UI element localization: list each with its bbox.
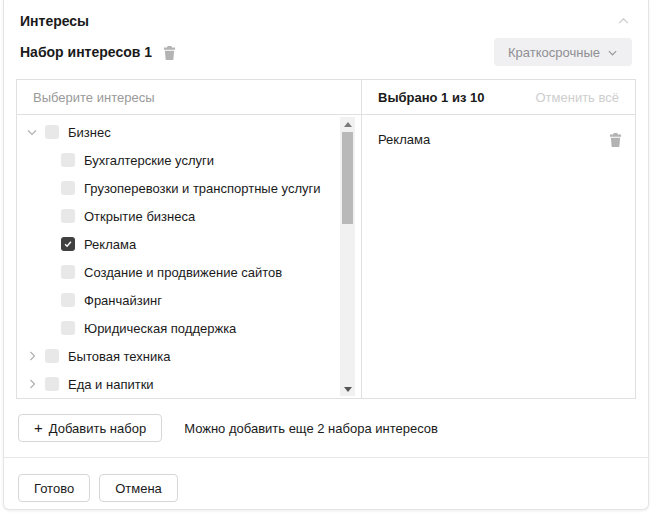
tree-item[interactable]: Юридическая поддержка	[17, 314, 335, 342]
interest-set-name: Набор интересов 1	[20, 44, 152, 60]
panel-title: Интересы	[20, 13, 89, 29]
scroll-up-arrow-icon[interactable]	[340, 117, 355, 131]
tree-item[interactable]: Бытовая техника	[17, 342, 335, 370]
tree-item[interactable]: Открытие бизнеса	[17, 202, 335, 230]
footer-divider	[3, 457, 649, 458]
interest-set-header: Набор интересов 1 Краткосрочные	[16, 38, 636, 66]
checkbox[interactable]	[61, 321, 75, 335]
checkbox[interactable]	[45, 125, 59, 139]
selected-count-label: Выбрано 1 из 10	[378, 90, 484, 105]
interest-picker: Выбрано 1 из 10 Отменить всё Бизнес Бухг…	[16, 79, 636, 399]
add-set-button-label: Добавить набор	[49, 421, 146, 436]
interest-tree: Бизнес Бухгалтерские услуги Грузоперевоз…	[17, 115, 361, 398]
chevron-down-icon	[607, 47, 618, 58]
selected-interest-row: Реклама	[378, 125, 623, 153]
add-set-button[interactable]: + Добавить набор	[18, 414, 162, 442]
search-interests-input[interactable]	[17, 80, 361, 114]
tree-item-label: Грузоперевозки и транспортные услуги	[84, 181, 320, 196]
expander-chevron-icon[interactable]	[25, 125, 39, 139]
selected-list: Реклама	[378, 125, 623, 153]
checkbox[interactable]	[61, 293, 75, 307]
add-set-hint: Можно добавить еще 2 набора интересов	[184, 421, 438, 436]
action-buttons: Готово Отмена	[16, 474, 636, 502]
cancel-button[interactable]: Отмена	[99, 474, 178, 502]
search-cell	[17, 80, 361, 115]
selected-interest-label: Реклама	[378, 132, 430, 147]
done-button[interactable]: Готово	[18, 474, 90, 502]
scrollbar[interactable]	[340, 117, 355, 396]
tree-item-label: Открытие бизнеса	[84, 209, 195, 224]
collapse-section-button[interactable]	[614, 12, 632, 30]
plus-icon: +	[34, 420, 43, 435]
checkbox[interactable]	[45, 377, 59, 391]
interest-type-value: Краткосрочные	[508, 45, 600, 60]
tree-item-label: Еда и напитки	[68, 377, 154, 392]
tree-item-label: Бухгалтерские услуги	[84, 153, 214, 168]
selected-header: Выбрано 1 из 10 Отменить всё	[361, 80, 635, 115]
checkbox[interactable]	[61, 153, 75, 167]
tree-item-label: Бизнес	[68, 125, 111, 140]
tree-item-label: Юридическая поддержка	[84, 321, 236, 336]
checkbox[interactable]	[61, 237, 75, 251]
tree-item[interactable]: Бизнес	[17, 118, 335, 146]
remove-interest-trash-icon[interactable]	[608, 131, 623, 147]
delete-set-trash-icon[interactable]	[162, 44, 177, 60]
tree-list: Бизнес Бухгалтерские услуги Грузоперевоз…	[17, 118, 335, 398]
interests-panel: Интересы Набор интересов 1 Краткосрочные…	[3, 0, 649, 510]
tree-item-label: Реклама	[84, 237, 136, 252]
tree-item[interactable]: Реклама	[17, 230, 335, 258]
expander-chevron-icon[interactable]	[25, 377, 39, 391]
tree-item[interactable]: Франчайзинг	[17, 286, 335, 314]
tree-item-label: Бытовая техника	[68, 349, 170, 364]
checkbox[interactable]	[45, 349, 59, 363]
checkbox[interactable]	[61, 181, 75, 195]
tree-item[interactable]: Создание и продвижение сайтов	[17, 258, 335, 286]
chevron-up-icon	[617, 15, 630, 28]
tree-item-label: Франчайзинг	[84, 293, 162, 308]
clear-all-link[interactable]: Отменить всё	[535, 90, 619, 105]
tree-item-label: Создание и продвижение сайтов	[84, 265, 282, 280]
scroll-down-arrow-icon[interactable]	[340, 382, 355, 396]
expander-chevron-icon[interactable]	[25, 349, 39, 363]
tree-item[interactable]: Грузоперевозки и транспортные услуги	[17, 174, 335, 202]
add-set-row: + Добавить набор Можно добавить еще 2 на…	[16, 414, 636, 442]
panel-header: Интересы	[16, 10, 636, 32]
interest-type-dropdown[interactable]: Краткосрочные	[494, 38, 632, 66]
tree-item[interactable]: Еда и напитки	[17, 370, 335, 398]
selected-interests-pane: Реклама	[361, 115, 635, 398]
scrollbar-thumb[interactable]	[342, 132, 353, 224]
checkbox[interactable]	[61, 265, 75, 279]
checkbox[interactable]	[61, 209, 75, 223]
tree-item[interactable]: Бухгалтерские услуги	[17, 146, 335, 174]
